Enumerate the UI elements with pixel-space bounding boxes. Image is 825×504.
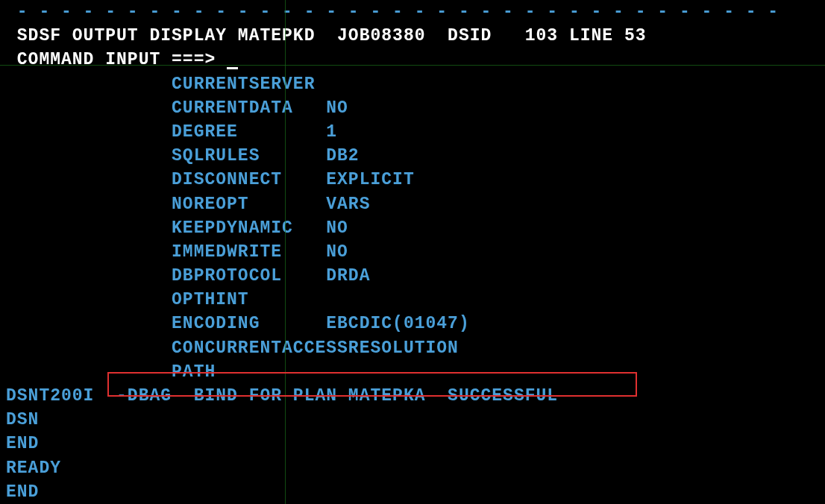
output-line: END: [0, 432, 825, 456]
output-line: KEEPDYNAMIC NO: [0, 216, 825, 240]
output-line: CURRENTSERVER: [0, 72, 825, 96]
command-input-label: COMMAND INPUT ===>: [6, 50, 227, 69]
output-line: DISCONNECT EXPLICIT: [0, 168, 825, 192]
output-line: CONCURRENTACCESSRESOLUTION: [0, 336, 825, 360]
output-line: ENCODING EBCDIC(01047): [0, 312, 825, 336]
top-dash-separator: - - - - - - - - - - - - - - - - - - - - …: [0, 0, 825, 24]
output-line: PATH: [0, 360, 825, 384]
output-line: IMMEDWRITE NO: [0, 240, 825, 264]
horizontal-rule: [0, 65, 825, 66]
sdsf-header: SDSF OUTPUT DISPLAY MATEPKD JOB08380 DSI…: [0, 24, 825, 48]
output-line: NOREOPT VARS: [0, 192, 825, 216]
output-line: DEGREE 1: [0, 120, 825, 144]
vertical-rule: [285, 0, 286, 504]
output-line: READY: [0, 456, 825, 480]
output-line: DSN: [0, 408, 825, 432]
command-input-line[interactable]: COMMAND INPUT ===>: [0, 48, 825, 72]
command-input[interactable]: [238, 50, 536, 69]
output-line: DBPROTOCOL DRDA: [0, 264, 825, 288]
output-line: CURRENTDATA NO: [0, 96, 825, 120]
output-line: OPTHINT: [0, 288, 825, 312]
output-line: SQLRULES DB2: [0, 144, 825, 168]
output-line: END: [0, 480, 825, 504]
output-line: DSNT200I -DBAG BIND FOR PLAN MATEPKA SUC…: [0, 384, 825, 408]
cursor-icon: [227, 67, 238, 69]
output-body: CURRENTSERVER CURRENTDATA NO DEGREE 1 SQ…: [0, 72, 825, 504]
